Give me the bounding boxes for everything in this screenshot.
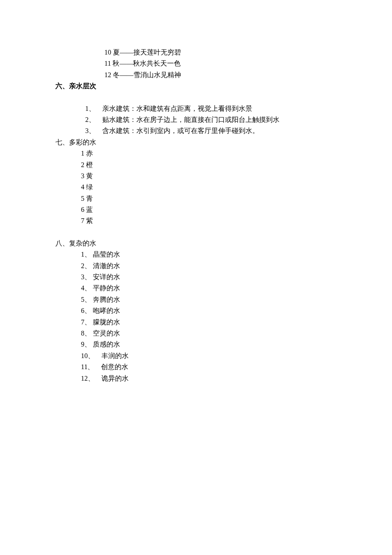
list-item: 1、 晶莹的水	[81, 249, 337, 260]
section-7-list: 1 赤 2 橙 3 黄 4 绿 5 青 6 蓝 7 紫	[55, 148, 337, 227]
list-item: 2、 贴水建筑：水在房子边上，能直接在门口或阳台上触摸到水	[85, 114, 337, 125]
list-item: 1、 亲水建筑：水和建筑有点距离，视觉上看得到水景	[85, 103, 337, 114]
document-page: 10 夏——接天莲叶无穷碧 11 秋——秋水共长天一色 12 冬——雪消山水见精…	[55, 47, 337, 384]
top-continuation-list: 10 夏——接天莲叶无穷碧 11 秋——秋水共长天一色 12 冬——雪消山水见精…	[55, 47, 337, 81]
list-item: 2 橙	[81, 159, 337, 171]
section-7-heading: 七、多彩的水	[55, 137, 337, 148]
list-item: 11、 创意的水	[81, 361, 337, 373]
section-8-list: 1、 晶莹的水 2、 清澈的水 3、 安详的水 4、 平静的水 5、 奔腾的水 …	[55, 249, 337, 384]
list-item: 10、 丰润的水	[81, 350, 337, 361]
list-item: 10 夏——接天莲叶无穷碧	[104, 47, 337, 58]
list-item: 2、 清澈的水	[81, 260, 337, 272]
list-item: 12、 诡异的水	[81, 373, 337, 384]
list-item: 9、 质感的水	[81, 339, 337, 350]
list-item: 6 蓝	[81, 204, 337, 215]
list-item: 11 秋——秋水共长天一色	[104, 58, 337, 69]
list-item: 7、 朦胧的水	[81, 317, 337, 328]
spacer	[55, 92, 337, 103]
list-item: 12 冬——雪消山水见精神	[104, 69, 337, 81]
list-item: 4 绿	[81, 182, 337, 193]
list-item: 8、 空灵的水	[81, 328, 337, 339]
list-item: 3 黄	[81, 171, 337, 182]
list-item: 7 紫	[81, 215, 337, 226]
section-6-list: 1、 亲水建筑：水和建筑有点距离，视觉上看得到水景 2、 贴水建筑：水在房子边上…	[55, 103, 337, 137]
section-6-heading: 六、亲水层次	[55, 81, 337, 92]
section-8-heading: 八、复杂的水	[55, 238, 337, 249]
list-item: 3、 含水建筑：水引到室内，或可在客厅里伸手碰到水。	[85, 125, 337, 136]
spacer	[55, 227, 337, 238]
list-item: 5、 奔腾的水	[81, 294, 337, 305]
list-item: 3、 安详的水	[81, 272, 337, 283]
list-item: 1 赤	[81, 148, 337, 159]
list-item: 6、 咆哮的水	[81, 305, 337, 316]
list-item: 5 青	[81, 193, 337, 204]
list-item: 4、 平静的水	[81, 283, 337, 294]
